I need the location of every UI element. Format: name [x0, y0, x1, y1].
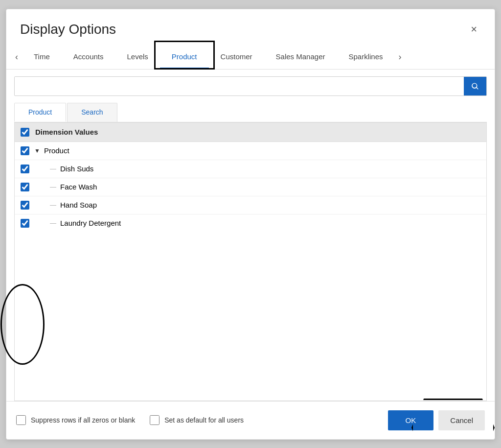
- dimension-header: Dimension Values: [15, 123, 486, 142]
- tab-customer[interactable]: Customer: [209, 46, 264, 69]
- tab-sales-manager[interactable]: Sales Manager: [264, 46, 337, 69]
- table-row: ▼ Product: [15, 142, 486, 160]
- tabs-nav: ‹ Time Accounts Levels Product Customer …: [6, 46, 495, 70]
- tab-sparklines[interactable]: Sparklines: [337, 46, 394, 69]
- sub-tab-product[interactable]: Product: [14, 103, 66, 122]
- sub-tabs: Product Search: [14, 103, 487, 122]
- table-row: — Laundry Detergent: [15, 214, 486, 232]
- row-checkbox-product[interactable]: [21, 146, 29, 155]
- search-button[interactable]: [464, 77, 486, 95]
- tab-levels[interactable]: Levels: [115, 46, 159, 69]
- dialog-title: Display Options: [20, 22, 116, 37]
- table-row: — Face Wash: [15, 178, 486, 196]
- set-default-checkbox[interactable]: [150, 415, 159, 425]
- display-options-dialog: Display Options × ‹ Time Accounts Levels…: [6, 9, 495, 440]
- content-area: Dimension Values ▼ Product — Dish Suds —: [6, 122, 495, 401]
- row-checkbox-laundry-detergent[interactable]: [21, 219, 29, 228]
- row-checkbox-dish-suds[interactable]: [21, 165, 29, 173]
- search-input[interactable]: [15, 77, 464, 95]
- table-row: — Hand Soap: [15, 196, 486, 214]
- close-button[interactable]: ×: [467, 21, 481, 38]
- table-row: — Dish Suds: [15, 160, 486, 178]
- tab-next-button[interactable]: ›: [395, 46, 406, 68]
- row-toggle-product[interactable]: ▼: [34, 147, 40, 154]
- footer-option-suppress: Suppress rows if all zeros or blank: [16, 415, 135, 425]
- tab-product[interactable]: Product: [160, 46, 209, 69]
- suppress-rows-checkbox[interactable]: [16, 415, 26, 425]
- row-checkbox-hand-soap[interactable]: [21, 201, 29, 210]
- dialog-header: Display Options ×: [6, 9, 495, 46]
- sub-tab-search[interactable]: Search: [67, 103, 117, 122]
- ok-button[interactable]: OK: [388, 410, 434, 430]
- tab-time[interactable]: Time: [22, 46, 62, 69]
- row-checkbox-face-wash[interactable]: [21, 183, 29, 191]
- dimension-table: Dimension Values ▼ Product — Dish Suds —: [14, 122, 487, 401]
- footer-option-default: Set as default for all users: [150, 415, 244, 425]
- footer-buttons: OK Cancel: [388, 410, 485, 430]
- search-icon: [471, 82, 479, 91]
- tab-accounts[interactable]: Accounts: [62, 46, 115, 69]
- dialog-footer: Suppress rows if all zeros or blank Set …: [6, 401, 495, 439]
- cancel-button[interactable]: Cancel: [438, 410, 485, 430]
- header-checkbox[interactable]: [21, 128, 29, 137]
- search-bar: [14, 76, 487, 96]
- tab-prev-button[interactable]: ‹: [11, 46, 22, 68]
